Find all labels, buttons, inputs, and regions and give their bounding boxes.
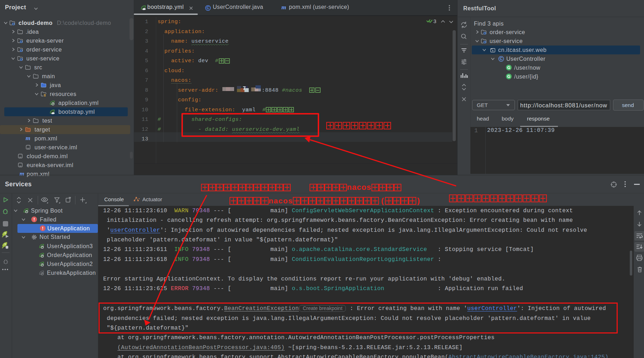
svg-text:G: G — [507, 65, 511, 70]
svg-text:C: C — [207, 6, 210, 10]
svg-text:C: C — [500, 57, 503, 61]
svg-text:G: G — [507, 74, 511, 79]
